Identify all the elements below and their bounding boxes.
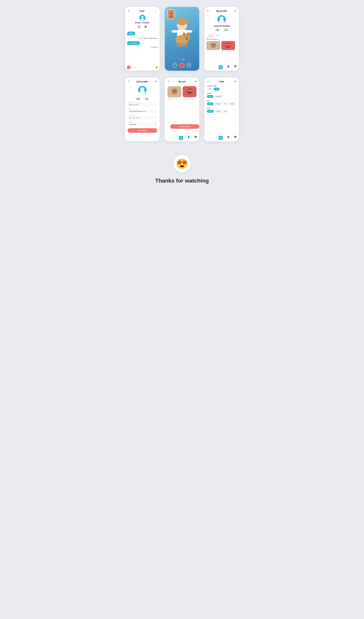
age-senior-chip[interactable]: Se	[223, 102, 228, 105]
chat-input-bar: + Message 😊	[125, 64, 160, 71]
svg-point-41	[190, 90, 191, 91]
svg-point-34	[171, 88, 178, 95]
edit-profile-menu-button[interactable]: ≡	[155, 80, 157, 83]
edit-profile-form: User name Alonzo A. Cain Email alonzacai…	[125, 101, 160, 134]
video-controls: 📹 📵 🎤	[172, 63, 192, 68]
svg-point-22	[219, 20, 225, 24]
pet-item-1[interactable]: Kathy J. Snyder ♥ ■■ □	[168, 86, 181, 101]
profile-menu-button[interactable]: ≡	[235, 9, 236, 13]
age-adult-chip[interactable]: Adult	[229, 102, 236, 105]
edit-profile-back-button[interactable]: <	[128, 80, 129, 83]
age-baby-chip[interactable]: Baby	[207, 102, 213, 105]
post-item-2[interactable]: Kathy J. Snyder	[221, 41, 235, 52]
mypet-nav-user[interactable]: 🧑	[195, 136, 197, 140]
mypet-nav-grid[interactable]: ⊞	[173, 136, 174, 140]
message-input[interactable]: Message	[132, 67, 154, 68]
svg-point-25	[212, 44, 213, 45]
mypet-phone-card: < My pet ≡ Kathy J. Snyder ♥ ■■ □ Kathy …	[165, 78, 199, 141]
country-select[interactable]: United state ▾	[127, 123, 157, 126]
profile-name: Louis M. Gardea	[213, 25, 230, 27]
size-large-chip[interactable]: Large	[215, 110, 222, 113]
post-author-2: Kathy J. Snyder	[221, 51, 235, 52]
post-image-2	[221, 41, 235, 50]
nav-person-icon[interactable]: 👤	[227, 65, 230, 69]
back-button[interactable]: <	[128, 10, 129, 13]
tab-about[interactable]: About	[214, 33, 221, 37]
add-attachment-button[interactable]: +	[127, 66, 131, 69]
gender-female-chip[interactable]: Felmale	[214, 95, 223, 98]
filter-nav-grid[interactable]: ⊞	[212, 136, 214, 140]
age-young-chip[interactable]: Young	[214, 102, 222, 105]
filter-spacer	[204, 114, 239, 134]
username-input[interactable]: Alonzo A. Cain	[127, 103, 157, 107]
nav-home-icon[interactable]: ⌂	[207, 65, 208, 69]
svg-rect-14	[177, 42, 179, 47]
nav-user-icon[interactable]: 🧑	[234, 65, 237, 69]
profile-back-button[interactable]: <	[207, 9, 209, 13]
nav-gallery-icon[interactable]: ▦	[219, 65, 223, 69]
svg-point-13	[186, 39, 187, 40]
svg-point-19	[169, 11, 173, 15]
profile-tabs: Post About	[204, 32, 239, 37]
filter-nav-home[interactable]: ⌂	[207, 136, 208, 140]
row-2: < Edit profile ≡ Followers 3.8k Followin…	[125, 78, 239, 141]
pet-item-2[interactable]: Kathy J. Snyder ♥ ■■ □	[183, 86, 196, 101]
svg-point-32	[139, 91, 145, 95]
mypet-back-button[interactable]: <	[168, 80, 169, 83]
add-pet-container: Add a new pet	[165, 124, 199, 134]
phone-input[interactable]: +00 - 124 - 0124	[127, 116, 157, 120]
email-group: Email alonzacain007@gmail.com	[127, 108, 157, 113]
filter-back-button[interactable]: <	[207, 80, 209, 83]
adopt-cat-chip[interactable]: Cat	[207, 87, 213, 90]
save-change-button[interactable]: Save change	[127, 128, 157, 133]
edit-profile-stats: Followers 3.8k Following 1.2k	[136, 97, 149, 100]
pet-likes-2: ♥ ■■ □	[183, 99, 196, 101]
add-new-pet-button[interactable]: Add a new pet	[170, 124, 199, 129]
svg-point-37	[173, 92, 176, 93]
edit-avatar[interactable]	[138, 86, 147, 95]
mypet-bottom-nav: ⌂ ⊞ ▦ 👤 🧑	[165, 134, 199, 141]
emoji-button[interactable]: 😊	[155, 66, 158, 69]
pet-grid: Kathy J. Snyder ♥ ■■ □ Kathy J. Snyder ♥…	[165, 84, 199, 103]
tab-post[interactable]: Post	[207, 33, 214, 37]
svg-point-40	[188, 90, 189, 91]
svg-rect-15	[180, 42, 182, 47]
hangup-button[interactable]: 📵	[179, 63, 185, 68]
phone-call-button[interactable]: 📞	[137, 24, 141, 29]
followers-stat: Followers 3.8k	[215, 28, 220, 31]
mypet-nav-person[interactable]: 👤	[187, 136, 190, 140]
size-filter-title: Size	[207, 107, 237, 109]
filter-nav-person[interactable]: 👤	[227, 136, 230, 140]
phone-icon: 📞	[138, 26, 140, 28]
chat-menu-button[interactable]: ⋯	[154, 9, 157, 13]
camera-button[interactable]: 📹	[172, 63, 178, 68]
size-medium-chip[interactable]: Me	[223, 110, 228, 113]
nav-grid-icon[interactable]: ⊞	[212, 65, 214, 69]
svg-point-35	[173, 90, 174, 91]
post-item-1[interactable]: Kathy J. Snyder	[207, 41, 220, 52]
filter-nav-user[interactable]: 🧑	[234, 136, 237, 140]
mic-button[interactable]: 🎤	[186, 63, 192, 68]
svg-point-30	[229, 44, 230, 45]
unread-dot	[156, 47, 157, 48]
size-small-chip[interactable]: Small	[207, 110, 214, 113]
gender-male-chip[interactable]: Male	[207, 95, 213, 98]
edit-following-count: 1.2k	[145, 98, 148, 100]
mypet-title: My pet	[178, 80, 185, 83]
svg-point-3	[177, 18, 187, 25]
mypet-menu-button[interactable]: ≡	[195, 80, 196, 83]
mypet-nav-gallery[interactable]: ▦	[179, 136, 183, 140]
email-input[interactable]: alonzacain007@gmail.com	[127, 110, 157, 113]
email-label: Email	[127, 108, 157, 109]
filter-menu-button[interactable]: ≡	[235, 80, 236, 83]
filter-bottom-nav: ⌂ ⊞ ▦ 👤 🧑	[204, 134, 239, 141]
video-call-button[interactable]: 📹	[143, 24, 148, 29]
video-icon: 📹	[144, 26, 146, 28]
filter-nav-gallery[interactable]: ▦	[219, 136, 223, 140]
adopt-dog-chip[interactable]: Dog	[213, 87, 220, 90]
chat-bubble-hello: Hello!	[127, 31, 135, 35]
post-author-1: Kathy J. Snyder	[207, 51, 220, 52]
following-stat: Following 1.2k	[223, 28, 228, 31]
profile-bottom-nav: ⌂ ⊞ ▦ 👤 🧑	[204, 64, 239, 71]
mypet-nav-home[interactable]: ⌂	[167, 136, 168, 140]
